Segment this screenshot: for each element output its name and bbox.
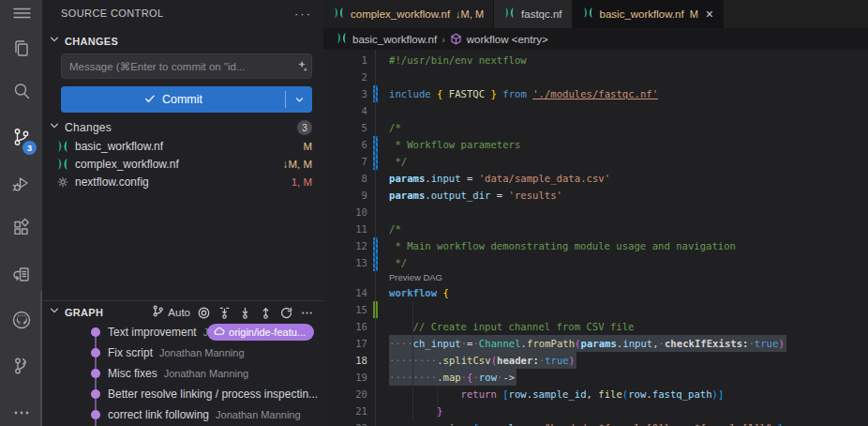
activity-git-graph-button[interactable] [0,350,42,382]
code-text: /* [389,119,401,136]
code-line-12[interactable]: 12 * Main workflow demonstrating module … [323,237,868,254]
changes-tree-header[interactable]: Changes 3 [42,118,323,137]
breadcrumb[interactable]: basic_workflow.nf › workflow <entry> [323,28,868,50]
copilot-sparkle-icon[interactable] [291,59,311,73]
code-line-1[interactable]: 1#!/usr/bin/env nextflow [323,52,868,68]
code-line-7[interactable]: 7 */ [323,153,868,170]
code-text: */ [389,254,407,271]
repo-picker-label: Auto [168,307,190,318]
code-line-17[interactable]: 17····ch_input·=·Channel.fromPath(params… [323,335,868,352]
activity-references-button[interactable] [0,259,42,291]
commit-dot-icon [91,369,100,378]
close-icon[interactable]: × [706,8,713,21]
code-text: ········.splitCsv(header:·true) [389,352,576,369]
code-line-2[interactable]: 2 [323,68,868,85]
graph-title-wrap[interactable]: GRAPH [48,304,147,321]
commit-row[interactable]: Misc fixesJonathan Manning [42,363,323,384]
breadcrumb-file[interactable]: basic_workflow.nf [352,34,437,45]
code-line-4[interactable]: 4 [323,102,868,119]
changes-section-header[interactable]: CHANGES [42,32,323,51]
code-line-19[interactable]: 19········.map·{·row·-> [323,369,868,386]
commit-button[interactable]: Commit [61,86,312,113]
code-text: .view { sample -> "Loaded: ${sample[0]} … [389,419,784,426]
code-line-8[interactable]: 8params.input = 'data/sample_data.csv' [323,170,868,187]
code-text: workflow { [389,284,449,301]
repo-picker-button[interactable]: Auto [151,304,190,322]
file-name: complex_workflow.nf [75,158,179,171]
git-branch-icon [151,304,165,322]
remote-branch-badge[interactable]: origin/ide-featu... [207,324,314,341]
line-number: 1 [323,52,367,68]
code-line-11[interactable]: 11/* [323,221,868,237]
changed-file-row[interactable]: complex_workflow.nf↓M, M [42,155,323,173]
sidebar-more-actions-button[interactable]: ··· [294,7,312,21]
commit-message-input[interactable] [62,61,291,72]
activity-search-button[interactable] [0,75,42,107]
commit-message: correct link following [108,408,209,421]
code-line-21[interactable]: 21 } [323,403,868,419]
code-line-14[interactable]: 14workflow { [323,284,868,301]
changed-file-row[interactable]: basic_workflow.nfM [42,137,323,155]
line-number: 21 [323,403,367,419]
code-line-16[interactable]: 16 // Create input channel from CSV file [323,318,868,335]
commit-button-main[interactable]: Commit [61,92,285,108]
pull-button[interactable] [238,306,252,320]
git-status-badge: 1, M [292,176,312,188]
graph-section-header: GRAPH Auto [42,303,323,322]
activity-source-control-button[interactable]: 3 [0,121,42,153]
activity-menu-button[interactable] [0,0,42,29]
nextflow-icon [56,140,69,153]
activity-more-button[interactable] [0,397,42,426]
references-icon [10,264,33,286]
commit-button-label: Commit [162,93,202,106]
commit-row[interactable]: Fix scriptJonathan Manning [42,342,323,363]
target-button[interactable] [197,306,211,320]
activity-files-button[interactable] [0,33,42,65]
push-button[interactable] [259,306,273,320]
commit-dropdown-button[interactable] [286,94,312,106]
commit-row[interactable]: Text improvementJo...origin/ide-featu... [42,322,323,342]
changed-file-row[interactable]: nextflow.config1, M [42,173,323,190]
commit-row[interactable]: Better resolve linking / process inspect… [42,384,323,404]
code-text: * Workflow parameters [389,136,520,153]
code-line-10[interactable]: 10 [323,204,868,221]
code-line-5[interactable]: 5/* [323,119,868,136]
code-text: #!/usr/bin/env nextflow [389,52,527,68]
activity-extensions-button[interactable] [0,212,42,244]
line-number: 10 [323,204,367,221]
activity-run-debug-button[interactable] [0,167,42,199]
editor-tab-bar: complex_workflow.nf↓M, Mfastqc.nfbasic_w… [323,0,868,28]
breadcrumb-symbol[interactable]: workflow <entry> [467,34,548,45]
line-number: 17 [323,335,367,352]
tab-fastqc.nf[interactable]: fastqc.nf [494,0,572,28]
line-number: 14 [323,284,367,301]
code-line-13[interactable]: 13 */ [323,254,868,271]
code-line-22[interactable]: 22 .view { sample -> "Loaded: ${sample[0… [323,419,868,426]
more-button[interactable] [300,306,314,320]
code-line-6[interactable]: 6 * Workflow parameters [323,136,868,153]
nextflow-icon [56,158,69,171]
line-number: 16 [323,318,367,335]
refresh-button[interactable] [279,306,293,320]
run-debug-icon [10,172,33,194]
scm-count-badge: 3 [22,141,37,155]
graph-actions: Auto [151,304,314,322]
fetch-button[interactable] [217,306,232,320]
code-line-20[interactable]: 20 return [row.sample_id, file(row.fastq… [323,386,868,403]
code-line-3[interactable]: 3include { FASTQC } from './modules/fast… [323,85,868,102]
line-number: 2 [323,68,367,85]
code-line-9[interactable]: 9params.output_dir = 'results' [323,187,868,204]
tab-complex_workflow.nf[interactable]: complex_workflow.nf↓M, M [323,0,494,28]
git-status-badge: ↓M, M [283,159,312,170]
line-number: 5 [323,119,367,136]
code-editor[interactable]: 1#!/usr/bin/env nextflow23include { FAST… [323,50,868,426]
codelens-preview-dag[interactable]: Preview DAG [389,271,442,284]
code-line-15[interactable]: 15 [323,301,868,318]
code-text: ····ch_input·=·Channel.fromPath(params.i… [389,335,786,352]
activity-github-button[interactable] [0,304,42,336]
code-line-18[interactable]: 18········.splitCsv(header:·true) [323,352,868,369]
check-icon [143,92,157,108]
commit-row[interactable]: correct link followingJonathan Manning [42,404,323,425]
file-name: basic_workflow.nf [75,140,163,153]
tab-basic_workflow.nf[interactable]: basic_workflow.nfM× [573,0,724,28]
